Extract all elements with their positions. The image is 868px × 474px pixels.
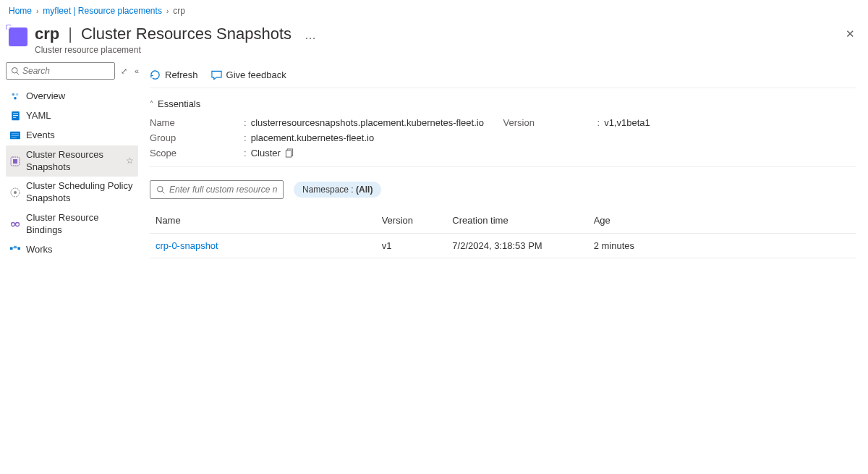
chevron-up-icon: ˄	[150, 100, 153, 108]
essentials-scope-value: Cluster	[251, 148, 281, 158]
refresh-icon	[150, 69, 161, 80]
more-menu-button[interactable]: …	[300, 29, 320, 42]
sidebar-item-label: Cluster Resources Snapshots	[26, 149, 120, 174]
svg-rect-6	[13, 114, 18, 114]
svg-point-2	[12, 93, 15, 96]
sidebar-search-input[interactable]	[22, 66, 110, 76]
sidebar-item-cluster-resources-snapshots[interactable]: Cluster Resources Snapshots ☆	[6, 145, 138, 177]
essentials-section: ˄ Essentials Name : clusterresourcesnaps…	[150, 88, 856, 167]
sidebar-item-label: Cluster Resource Bindings	[26, 212, 134, 237]
resources-table: Name Version Creation time Age crp-0-sna…	[150, 208, 856, 258]
col-name[interactable]: Name	[150, 208, 376, 234]
namespace-filter-pill[interactable]: Namespace : (All)	[294, 182, 381, 198]
sidebar-item-label: Overview	[26, 90, 65, 103]
collapse-sidebar-icon[interactable]: «	[133, 65, 138, 77]
breadcrumb-fleet[interactable]: myfleet | Resource placements	[43, 6, 162, 16]
svg-rect-8	[13, 117, 16, 118]
svg-rect-11	[12, 135, 20, 136]
col-version[interactable]: Version	[376, 208, 447, 234]
essentials-version-label: Version	[503, 117, 597, 128]
refresh-label: Refresh	[165, 69, 198, 80]
toolbar: Refresh Give feedback	[150, 62, 856, 88]
chevron-right-icon: ›	[36, 7, 38, 15]
svg-point-4	[14, 97, 17, 100]
sidebar: ⤢ « Overview YAML Events	[0, 62, 141, 270]
essentials-name-value: clusterresourcesnapshots.placement.kuber…	[251, 117, 484, 128]
svg-rect-7	[13, 115, 18, 116]
works-icon	[10, 245, 20, 254]
title-separator: |	[68, 25, 72, 43]
give-feedback-button[interactable]: Give feedback	[211, 69, 286, 80]
essentials-heading: Essentials	[158, 98, 200, 109]
sidebar-item-cluster-scheduling-policy-snapshots[interactable]: Cluster Scheduling Policy Snapshots	[6, 177, 138, 208]
namespace-filter-label: Namespace :	[302, 185, 356, 195]
search-icon	[156, 185, 165, 194]
essentials-scope-label: Scope	[150, 148, 244, 158]
bindings-icon	[10, 219, 20, 229]
overview-icon	[10, 91, 20, 101]
svg-rect-12	[12, 137, 17, 138]
yaml-icon	[10, 111, 20, 121]
svg-rect-21	[18, 247, 21, 250]
svg-line-1	[17, 72, 19, 75]
search-icon	[11, 67, 20, 75]
svg-line-23	[17, 247, 18, 249]
svg-point-16	[14, 191, 17, 194]
svg-rect-10	[12, 134, 20, 135]
col-creation[interactable]: Creation time	[446, 208, 587, 234]
namespace-filter-value: (All)	[356, 185, 373, 195]
page-title-section: Cluster Resources Snapshots	[81, 25, 292, 43]
snapshots-icon	[10, 156, 20, 166]
table-row[interactable]: crp-0-snapshot v1 7/2/2024, 3:18:53 PM 2…	[150, 234, 856, 258]
breadcrumb: Home › myfleet | Resource placements › c…	[0, 0, 868, 22]
row-age: 2 minutes	[588, 234, 856, 258]
svg-line-22	[13, 247, 14, 249]
row-version: v1	[376, 234, 447, 258]
essentials-group-value: placement.kubernetes-fleet.io	[251, 132, 375, 143]
row-creation: 7/2/2024, 3:18:53 PM	[446, 234, 587, 258]
sidebar-item-label: Events	[26, 130, 55, 142]
copy-icon[interactable]	[285, 148, 294, 158]
svg-rect-19	[10, 247, 13, 250]
sidebar-item-works[interactable]: Works	[6, 240, 138, 260]
svg-point-17	[12, 223, 15, 227]
essentials-toggle[interactable]: ˄ Essentials	[150, 98, 856, 109]
essentials-group-label: Group	[150, 132, 244, 143]
row-name-link[interactable]: crp-0-snapshot	[156, 240, 218, 251]
svg-point-0	[12, 68, 18, 74]
resource-name-search[interactable]	[150, 180, 284, 199]
col-age[interactable]: Age	[588, 208, 856, 234]
pin-icon[interactable]: ⤢	[119, 65, 129, 77]
feedback-icon	[211, 70, 222, 80]
sidebar-item-overview[interactable]: Overview	[6, 87, 138, 106]
svg-rect-25	[286, 151, 291, 157]
page-title-name: crp	[35, 25, 59, 43]
policy-snapshots-icon	[10, 187, 20, 198]
resource-icon	[9, 27, 27, 46]
sidebar-item-cluster-resource-bindings[interactable]: Cluster Resource Bindings	[6, 208, 138, 240]
sidebar-item-events[interactable]: Events	[6, 126, 138, 145]
sidebar-item-yaml[interactable]: YAML	[6, 106, 138, 126]
page-header: crp | Cluster Resources Snapshots … Clus…	[0, 22, 868, 62]
refresh-button[interactable]: Refresh	[150, 69, 198, 80]
breadcrumb-home[interactable]: Home	[9, 6, 32, 16]
page-subtitle: Cluster resource placement	[35, 45, 859, 55]
chevron-right-icon: ›	[166, 7, 169, 15]
favorite-icon[interactable]: ☆	[126, 156, 134, 167]
essentials-version-value: v1,v1beta1	[604, 117, 650, 128]
svg-rect-20	[14, 246, 17, 249]
sidebar-search[interactable]	[6, 62, 115, 80]
feedback-label: Give feedback	[226, 69, 286, 80]
events-icon	[10, 131, 20, 140]
sidebar-item-label: Cluster Scheduling Policy Snapshots	[26, 180, 134, 205]
sidebar-item-label: Works	[26, 244, 53, 256]
breadcrumb-current: crp	[173, 6, 185, 16]
main-content: Refresh Give feedback ˄ Essentials Name …	[141, 62, 868, 270]
svg-point-18	[16, 223, 20, 227]
resource-name-input[interactable]	[169, 185, 277, 195]
close-icon[interactable]: ✕	[846, 27, 855, 41]
essentials-name-label: Name	[150, 117, 244, 128]
filter-bar: Namespace : (All)	[150, 167, 856, 208]
svg-rect-14	[13, 159, 17, 164]
svg-point-3	[16, 93, 19, 96]
